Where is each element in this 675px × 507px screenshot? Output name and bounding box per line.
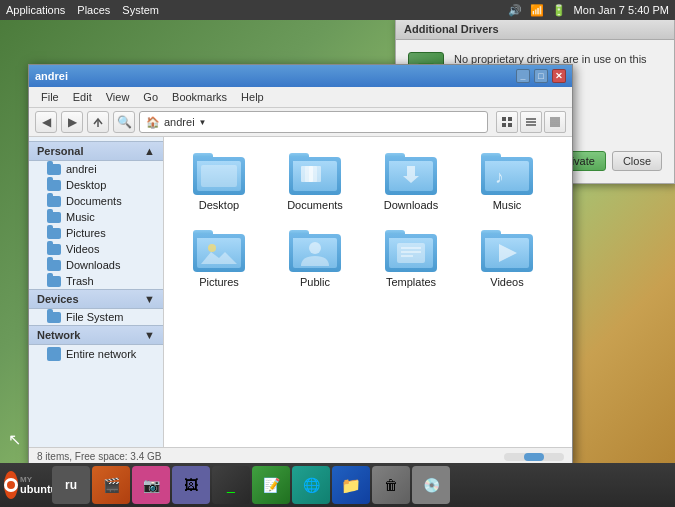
- ubuntu-logo[interactable]: MY ubuntu: [4, 466, 48, 504]
- close-button[interactable]: ✕: [552, 69, 566, 83]
- status-text: 8 items, Free space: 3.4 GB: [37, 451, 162, 462]
- file-name-downloads: Downloads: [384, 199, 438, 212]
- folder-music-icon: ♪: [481, 153, 533, 195]
- menu-applications[interactable]: Applications: [6, 4, 65, 16]
- taskbar-editor-icon[interactable]: 📝: [252, 466, 290, 504]
- forward-button[interactable]: ▶: [61, 111, 83, 133]
- sidebar-item-entire-network[interactable]: Entire network: [29, 345, 163, 363]
- list-item[interactable]: ♪ Music: [462, 147, 552, 218]
- additional-drivers-titlebar: Additional Drivers: [396, 19, 674, 40]
- sidebar-item-filesystem[interactable]: File System: [29, 309, 163, 325]
- sidebar: Personal ▲ andrei Desktop Documents: [29, 137, 164, 447]
- file-name-documents: Documents: [287, 199, 343, 212]
- list-item[interactable]: Desktop: [174, 147, 264, 218]
- compact-view-button[interactable]: [544, 111, 566, 133]
- maximize-button[interactable]: □: [534, 69, 548, 83]
- svg-point-22: [309, 242, 321, 254]
- file-name-public: Public: [300, 276, 330, 289]
- folder-downloads-icon: [385, 153, 437, 195]
- file-name-videos: Videos: [490, 276, 523, 289]
- menu-places[interactable]: Places: [77, 4, 110, 16]
- svg-point-21: [208, 244, 216, 252]
- search-button[interactable]: 🔍: [113, 111, 135, 133]
- location-bar[interactable]: 🏠 andrei ▼: [139, 111, 488, 133]
- close-dialog-button[interactable]: Close: [612, 151, 662, 171]
- taskbar-disk-icon[interactable]: 💿: [412, 466, 450, 504]
- list-item[interactable]: Documents: [270, 147, 360, 218]
- volume-icon[interactable]: 🔊: [508, 4, 522, 17]
- menu-edit[interactable]: Edit: [67, 89, 98, 105]
- svg-text:♪: ♪: [495, 167, 504, 187]
- menu-help[interactable]: Help: [235, 89, 270, 105]
- list-item[interactable]: Pictures: [174, 224, 264, 295]
- menu-go[interactable]: Go: [137, 89, 164, 105]
- folder-templates-icon: [385, 230, 437, 272]
- scrollbar-thumb: [524, 453, 544, 461]
- minimize-button[interactable]: _: [516, 69, 530, 83]
- list-view-button[interactable]: [520, 111, 542, 133]
- folder-icon: [47, 244, 61, 255]
- sidebar-item-pictures[interactable]: Pictures: [29, 225, 163, 241]
- desktop: Applications Places System 🔊 📶 🔋 Mon Jan…: [0, 0, 675, 507]
- network-icon[interactable]: 📶: [530, 4, 544, 17]
- folder-icon: [47, 312, 61, 323]
- taskbar-image-viewer-icon[interactable]: 🖼: [172, 466, 210, 504]
- taskbar-terminal-icon[interactable]: _: [212, 466, 250, 504]
- menu-file[interactable]: File: [35, 89, 65, 105]
- svg-rect-16: [201, 165, 237, 187]
- menu-view[interactable]: View: [100, 89, 136, 105]
- scrollbar[interactable]: [504, 453, 564, 461]
- battery-icon[interactable]: 🔋: [552, 4, 566, 17]
- sidebar-item-desktop[interactable]: Desktop: [29, 177, 163, 193]
- sidebar-section-network[interactable]: Network ▼: [29, 325, 163, 345]
- taskbar-trash-icon[interactable]: 🗑: [372, 466, 410, 504]
- folder-public-icon: [289, 230, 341, 272]
- sidebar-item-documents[interactable]: Documents: [29, 193, 163, 209]
- folder-icon: [47, 196, 61, 207]
- file-name-templates: Templates: [386, 276, 436, 289]
- folder-pictures-icon: [193, 230, 245, 272]
- icon-view-button[interactable]: [496, 111, 518, 133]
- file-manager-main: Personal ▲ andrei Desktop Documents: [29, 137, 572, 447]
- sidebar-item-music[interactable]: Music: [29, 209, 163, 225]
- svg-rect-4: [502, 117, 506, 121]
- taskbar-ru-icon[interactable]: ru: [52, 466, 90, 504]
- sidebar-item-andrei[interactable]: andrei: [29, 161, 163, 177]
- additional-drivers-title: Additional Drivers: [404, 23, 499, 35]
- location-dropdown-icon[interactable]: ▼: [199, 118, 207, 127]
- file-name-music: Music: [493, 199, 522, 212]
- file-manager-title: andrei: [35, 70, 516, 82]
- file-manager-toolbar: ◀ ▶ 🔍 🏠 andrei ▼: [29, 108, 572, 137]
- taskbar-media-icon[interactable]: 🎬: [92, 466, 130, 504]
- folder-icon: [47, 260, 61, 271]
- file-name-pictures: Pictures: [199, 276, 239, 289]
- location-home-icon: 🏠: [146, 116, 160, 129]
- up-button[interactable]: [87, 111, 109, 133]
- list-item[interactable]: Downloads: [366, 147, 456, 218]
- sidebar-section-personal[interactable]: Personal ▲: [29, 141, 163, 161]
- ubuntu-circle-icon: [4, 471, 18, 499]
- taskbar-files-icon[interactable]: 📁: [332, 466, 370, 504]
- menu-bookmarks[interactable]: Bookmarks: [166, 89, 233, 105]
- svg-rect-5: [508, 117, 512, 121]
- file-manager-menubar: File Edit View Go Bookmarks Help: [29, 87, 572, 108]
- file-name-desktop: Desktop: [199, 199, 239, 212]
- menu-system[interactable]: System: [122, 4, 159, 16]
- folder-icon: [47, 180, 61, 191]
- svg-rect-6: [502, 123, 506, 127]
- folder-icon: [47, 164, 61, 175]
- taskbar-browser-icon[interactable]: 🌐: [292, 466, 330, 504]
- sidebar-item-trash[interactable]: Trash: [29, 273, 163, 289]
- list-item[interactable]: Templates: [366, 224, 456, 295]
- sidebar-section-devices[interactable]: Devices ▼: [29, 289, 163, 309]
- file-manager-titlebar: andrei _ □ ✕: [29, 65, 572, 87]
- folder-icon: [47, 212, 61, 223]
- folder-icon: [47, 276, 61, 287]
- list-item[interactable]: Videos: [462, 224, 552, 295]
- svg-rect-19: [309, 166, 321, 182]
- list-item[interactable]: Public: [270, 224, 360, 295]
- back-button[interactable]: ◀: [35, 111, 57, 133]
- sidebar-item-videos[interactable]: Videos: [29, 241, 163, 257]
- taskbar-screenshot-icon[interactable]: 📷: [132, 466, 170, 504]
- sidebar-item-downloads[interactable]: Downloads: [29, 257, 163, 273]
